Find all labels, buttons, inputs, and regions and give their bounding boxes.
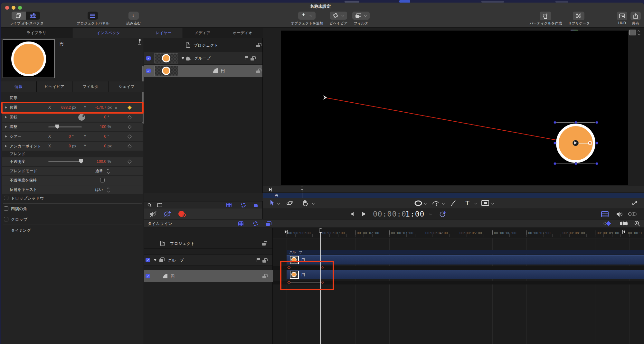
disclosure-icon[interactable] [5, 116, 7, 118]
selection-handle[interactable] [554, 162, 556, 165]
keyframe-diamond[interactable] [128, 160, 132, 164]
record-icon[interactable] [178, 211, 187, 218]
anchor-point-control[interactable] [573, 140, 579, 146]
layers-project-row[interactable]: プロジェクト [144, 40, 262, 51]
rotation-row[interactable]: 回転 0 ° [2, 113, 143, 122]
share-button[interactable] [630, 12, 641, 20]
disclosure-down-icon[interactable] [154, 259, 156, 261]
lock-icon[interactable] [262, 241, 266, 246]
lock-icon[interactable] [262, 258, 267, 263]
scale-slider-thumb[interactable] [55, 125, 59, 129]
group-track-bar[interactable]: 円 [287, 255, 644, 265]
opacity-slider[interactable] [48, 161, 82, 162]
anchor-point-row[interactable]: アンカーポイント X 0 px Y 0 px [2, 142, 143, 151]
rotation-handle-ring[interactable] [588, 141, 592, 145]
timeline-project-row[interactable]: プロジェクト [144, 238, 272, 249]
tab-library[interactable]: ライブラリ [1, 28, 72, 38]
opacity-row[interactable]: 不透明度 100.0 % [2, 157, 143, 166]
timecode-bright[interactable]: 1:00 [405, 210, 424, 218]
circle-visibility-checkbox[interactable] [146, 274, 150, 278]
keyframe-diamond[interactable] [128, 115, 132, 119]
project-panel-button[interactable] [88, 12, 98, 20]
filters-button[interactable] [352, 12, 370, 20]
preserve-opacity-checkbox[interactable] [100, 178, 105, 182]
drop-shadow-checkbox[interactable] [4, 196, 8, 200]
traffic-light-close[interactable] [5, 6, 9, 10]
tab-shape[interactable]: シェイプ [109, 81, 144, 92]
preserve-opacity-row[interactable]: 不透明度を保持 [2, 176, 143, 185]
crop-checkbox[interactable] [4, 217, 8, 221]
chevron-down-icon[interactable] [277, 202, 280, 205]
tab-properties[interactable]: 情報 [1, 81, 36, 92]
tab-filters[interactable]: フィルタ [72, 81, 109, 92]
text-tool-icon[interactable] [466, 200, 469, 206]
view-layout-button[interactable] [629, 30, 636, 35]
replicator-button[interactable] [573, 12, 584, 20]
scale-row[interactable]: 調整 100 % [2, 123, 143, 131]
selection-handle[interactable] [595, 162, 598, 165]
anchor-x-value[interactable]: 0 [53, 142, 71, 151]
group-track-header-bar[interactable]: グループ [287, 250, 644, 255]
disclosure-icon[interactable] [5, 126, 7, 128]
group-visibility-checkbox[interactable] [146, 56, 151, 60]
disclosure-icon[interactable] [5, 145, 7, 147]
blend-mode-row[interactable]: ブレンドモード 通常 [2, 167, 143, 175]
flag-icon[interactable] [245, 56, 249, 60]
playhead-head[interactable] [319, 228, 322, 233]
layers-circle-row[interactable]: 円 [144, 65, 262, 77]
selection-handle[interactable] [554, 121, 556, 124]
selection-handle[interactable] [554, 142, 556, 144]
disclosure-down-icon[interactable] [182, 57, 184, 60]
chevron-down-icon[interactable] [474, 202, 477, 205]
lock-icon[interactable] [256, 43, 260, 47]
layers-group-row[interactable]: グループ [144, 52, 262, 64]
inspector-button[interactable] [26, 12, 40, 20]
show-behaviors-icon[interactable] [241, 203, 246, 208]
canvas-viewport[interactable] [281, 31, 628, 185]
timeline-group-label[interactable]: グループ [167, 258, 184, 263]
traffic-light-minimize[interactable] [12, 6, 15, 10]
rotation-dial[interactable] [78, 114, 85, 121]
tab-media[interactable]: メディア [183, 28, 222, 38]
chevron-down-icon[interactable] [312, 202, 315, 205]
tab-behaviors[interactable]: ビヘイビア [36, 81, 72, 92]
stepper-down-icon[interactable] [107, 171, 110, 174]
timeline-circle-row[interactable]: 円 [144, 270, 273, 282]
layers-group-label[interactable]: グループ [194, 56, 211, 61]
show-masks-icon[interactable] [238, 221, 243, 226]
selection-handle[interactable] [574, 121, 577, 124]
four-corner-checkbox[interactable] [4, 206, 8, 211]
circle-track-bar[interactable]: 円 [287, 270, 644, 279]
circle-visibility-checkbox[interactable] [146, 69, 151, 73]
mini-timeline[interactable] [263, 186, 644, 192]
mini-timeline-bar[interactable]: 円 [263, 193, 644, 198]
shear-y-value[interactable]: 0 [86, 132, 106, 141]
lock-icon[interactable] [262, 274, 267, 278]
hud-button[interactable] [617, 12, 627, 20]
motion-path[interactable] [326, 98, 576, 144]
rotation-value[interactable]: 0 [86, 113, 106, 122]
behaviors-button[interactable] [330, 12, 347, 20]
timeline-circle-label[interactable]: 円 [171, 274, 175, 279]
disclosure-icon[interactable] [5, 135, 7, 138]
timeline-ruler[interactable]: 00:00:00:00 00:00:01:00 00:00:02:00 00:0… [273, 228, 644, 238]
chevron-down-icon[interactable] [429, 212, 432, 215]
timeline-group-row[interactable]: グループ [144, 254, 272, 266]
cast-reflection-row[interactable]: 反射をキャスト はい [2, 185, 143, 194]
keyframe-diamond[interactable] [128, 135, 132, 139]
blend-mode-value[interactable]: 通常 [80, 167, 103, 175]
layers-circle-label[interactable]: 円 [221, 68, 225, 74]
chevron-down-icon[interactable] [424, 202, 427, 205]
lock-icon[interactable] [256, 69, 260, 73]
selection-handle[interactable] [574, 162, 577, 165]
import-button[interactable] [128, 12, 139, 20]
scale-slider[interactable] [48, 126, 82, 127]
show-masks-icon[interactable] [226, 203, 232, 207]
keyframe-stack-icon[interactable] [629, 212, 641, 217]
selection-handle[interactable] [595, 121, 598, 124]
show-keyframes-icon[interactable] [603, 222, 612, 226]
anchor-y-value[interactable]: 0 [86, 142, 106, 151]
show-behaviors-icon[interactable] [253, 221, 258, 226]
stepper-down-icon[interactable] [107, 190, 110, 192]
tab-inspector[interactable]: インスペクタ [72, 28, 144, 38]
